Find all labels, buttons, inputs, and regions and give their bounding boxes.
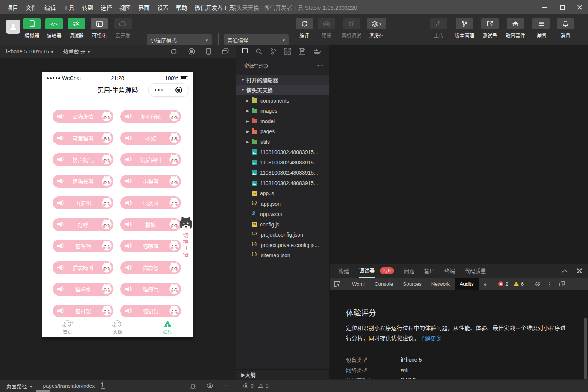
avatar[interactable] — [6, 20, 20, 34]
close-panel-icon[interactable] — [577, 268, 582, 273]
sound-button[interactable]: 猫喝水 — [53, 283, 113, 296]
sound-button[interactable]: 山猫叫 — [53, 196, 113, 209]
chevron-up-icon[interactable] — [562, 269, 567, 273]
outline-section[interactable]: 大纲 — [236, 369, 329, 379]
tab-debugger[interactable]: 调试器 — [359, 264, 375, 278]
stop-icon[interactable] — [188, 48, 195, 55]
tree-file-app-js[interactable]: app.js — [236, 188, 329, 199]
tree-file-project-private-config[interactable]: project.private.config.js... — [236, 240, 329, 250]
menu-item-file[interactable]: 文件 — [22, 3, 41, 11]
hot-reload-select[interactable]: 热重载 开 — [63, 48, 90, 55]
more-tabs-icon[interactable] — [479, 278, 491, 290]
docker-icon[interactable] — [313, 48, 321, 54]
project-root[interactable]: 情头天天换 — [236, 85, 329, 96]
menu-item-devtools[interactable]: 微信开发者工具 — [191, 3, 238, 11]
rotate-icon[interactable] — [171, 48, 177, 55]
messages-button[interactable]: 消息 — [557, 18, 574, 39]
minimize-button[interactable] — [536, 0, 553, 14]
menu-item-interface[interactable]: 界面 — [135, 3, 153, 11]
sound-button[interactable]: 很委屈 — [120, 196, 181, 209]
close-button[interactable] — [571, 0, 588, 14]
menu-item-help[interactable]: 帮助 — [172, 3, 191, 11]
tab-problems[interactable]: 问题 — [404, 264, 414, 278]
menu-item-tools[interactable]: 工具 — [59, 3, 78, 11]
save-icon[interactable] — [299, 48, 305, 55]
page-path-label[interactable]: 页面路径 — [6, 382, 27, 390]
tree-folder-pages[interactable]: pages — [236, 127, 329, 137]
sound-button[interactable]: 猫饥饿 — [120, 305, 181, 317]
tree-file-project-config[interactable]: project.config.json — [236, 230, 329, 240]
compile-button[interactable]: 编译 — [296, 18, 313, 39]
menu-item-view[interactable]: 视图 — [116, 3, 135, 11]
sound-button[interactable]: 发凶低吼 — [120, 110, 181, 123]
menu-item-project[interactable]: 项目 — [3, 3, 22, 11]
learn-more-link[interactable]: 了解更多 — [419, 335, 442, 341]
sound-button[interactable]: 小猫叫 — [120, 175, 181, 188]
tab-output[interactable]: 输出 — [424, 264, 435, 278]
education-suite-button[interactable]: 详情 教育套件 — [506, 18, 525, 39]
tab-code-quality[interactable]: 代码质量 — [465, 264, 486, 278]
app-grid-icon[interactable] — [284, 48, 291, 55]
tab-build[interactable]: 构建 — [339, 264, 349, 278]
tree-file-image[interactable]: 1108100302.48083915... — [236, 147, 329, 158]
tree-file-app-wxss[interactable]: app.wxss — [236, 209, 329, 220]
watch-eye-icon[interactable] — [206, 383, 213, 388]
search-icon[interactable] — [255, 48, 262, 55]
compile-mode-select[interactable]: 普通编译 — [224, 34, 289, 45]
scrollbar[interactable] — [584, 318, 587, 379]
horizontal-scrollbar[interactable] — [36, 390, 50, 392]
undock-icon[interactable] — [559, 281, 565, 286]
vconsole-bug-icon[interactable] — [190, 383, 197, 389]
editor-toggle[interactable]: 编辑器 — [45, 18, 63, 39]
exit-mini-program-button[interactable] — [169, 87, 189, 93]
more-status-icon[interactable] — [223, 383, 228, 389]
tree-file-sitemap[interactable]: sitemap.json — [236, 250, 329, 261]
sound-button[interactable]: 奶猫长叫 — [53, 175, 113, 188]
tree-file-app-json[interactable]: app.json — [236, 199, 329, 209]
more-menu-button[interactable] — [149, 89, 169, 91]
sound-button[interactable]: 猫哀嚎叫 — [53, 261, 113, 274]
tree-folder-components[interactable]: components — [236, 95, 329, 106]
sound-button[interactable]: 奶声奶气 — [53, 153, 113, 166]
tab-entertainment[interactable]: 娱乐 — [143, 318, 193, 337]
clear-cache-button[interactable]: 清缓存 — [367, 18, 386, 39]
maximize-button[interactable] — [553, 0, 571, 14]
tree-file-image[interactable]: 1108100302.48083915... — [236, 157, 329, 168]
sound-button[interactable]: 吵架 — [120, 132, 181, 145]
inspect-icon[interactable] — [334, 281, 341, 287]
menu-item-settings[interactable]: 设置 — [153, 3, 172, 11]
sound-button[interactable]: 猫哀怨 — [120, 261, 181, 274]
test-account-button[interactable]: 测试号 — [481, 18, 499, 39]
sound-button[interactable]: 猫怨气 — [120, 283, 181, 296]
sound-button[interactable]: 撒娇 — [120, 218, 181, 231]
sound-button[interactable]: 猫咆哮 — [120, 240, 181, 252]
sound-button[interactable]: 猫打架 — [53, 305, 113, 317]
sound-button[interactable]: 奶猫尖叫 — [120, 153, 181, 166]
devtools-tab-audits[interactable]: Audits — [455, 278, 479, 290]
device-frame-icon[interactable] — [206, 48, 211, 55]
tree-file-image[interactable]: 1108100302.48083915... — [236, 168, 329, 178]
devtools-tab-sources[interactable]: Sources — [398, 278, 426, 290]
more-actions-icon[interactable] — [317, 63, 323, 68]
husky-dog-icon[interactable] — [180, 218, 192, 231]
devtools-tab-wxml[interactable]: Wxml — [347, 278, 370, 290]
visualization-toggle[interactable]: 可视化 — [91, 18, 108, 39]
version-management-button[interactable]: 版本管理 — [455, 18, 474, 39]
sound-button[interactable]: 公猫发情 — [53, 110, 113, 123]
mode-select[interactable]: 小程序模式 — [147, 34, 212, 45]
device-select[interactable]: iPhone 5 100% 16 — [6, 48, 53, 54]
git-branch-icon[interactable] — [270, 48, 276, 55]
debugger-toggle[interactable]: 调试器 — [68, 18, 85, 39]
sound-button[interactable]: 猫呼噜 — [53, 240, 113, 252]
tab-home[interactable]: 首页 — [42, 318, 92, 337]
multi-window-icon[interactable] — [222, 48, 229, 54]
menu-item-select[interactable]: 选择 — [97, 3, 116, 11]
tree-folder-utils[interactable]: utils — [236, 137, 329, 147]
sound-button[interactable]: 打呼 — [53, 218, 113, 231]
tree-folder-model[interactable]: model — [236, 116, 329, 127]
kebab-menu-icon[interactable] — [547, 280, 553, 288]
tree-file-image[interactable]: 1108100302.48083915... — [236, 178, 329, 188]
simulator-toggle[interactable]: 模拟器 — [23, 18, 41, 39]
devtools-tab-network[interactable]: Network — [426, 278, 455, 290]
menu-item-goto[interactable]: 转到 — [78, 3, 97, 11]
